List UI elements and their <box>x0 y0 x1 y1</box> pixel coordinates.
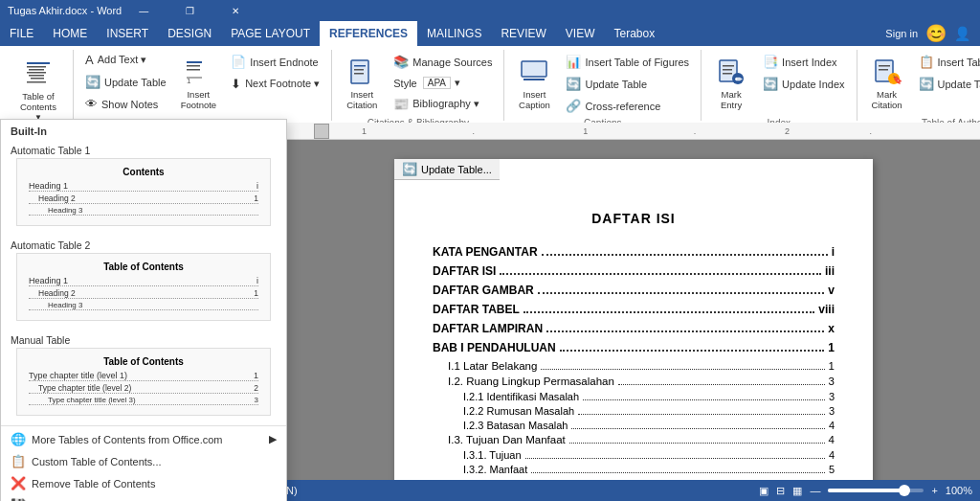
insert-footnote-button[interactable]: 1 InsertFootnote <box>174 50 224 116</box>
toc-dropdown-panel: Built-In Automatic Table 1 Contents Head… <box>0 119 287 501</box>
auto-table-2-label: Automatic Table 2 <box>11 238 277 253</box>
svg-rect-20 <box>723 69 732 71</box>
svg-rect-21 <box>723 73 732 75</box>
toc-entry: BAB I PENDAHULUAN1 <box>433 341 835 354</box>
citations-group: InsertCitation 📚 Manage Sources Style AP… <box>334 50 504 121</box>
preview-h2-2: Heading 21 <box>29 288 258 299</box>
table-of-contents-button[interactable]: Table ofContents ▼ <box>11 52 65 126</box>
insert-index-button[interactable]: 📑 Insert Index <box>757 52 850 72</box>
menu-insert[interactable]: INSERT <box>97 21 158 46</box>
menu-design[interactable]: DESIGN <box>158 21 221 46</box>
add-text-icon: A <box>85 53 94 67</box>
update-index-icon: 🔄 <box>763 77 778 91</box>
main-area: Built-In Automatic Table 1 Contents Head… <box>0 140 980 501</box>
svg-rect-6 <box>27 81 46 83</box>
document-content: DAFTAR ISI KATA PENGANTARiDAFTAR ISIiiiD… <box>433 211 835 490</box>
auto-table-1-preview: Contents Heading 1i Heading 21 Heading 3 <box>16 158 271 226</box>
svg-rect-25 <box>879 65 890 67</box>
svg-rect-9 <box>187 69 200 71</box>
insert-endnote-button[interactable]: 📄 Insert Endnote <box>225 52 325 72</box>
show-notes-button[interactable]: 👁 Show Notes <box>79 94 172 114</box>
bibliography-button[interactable]: 📰 Bibliography ▾ <box>388 94 498 114</box>
mark-entry-button[interactable]: ✏ MarkEntry <box>707 50 755 116</box>
update-authorities-button[interactable]: 🔄 Update Table <box>913 74 980 94</box>
toc-entries-container: KATA PENGANTARiDAFTAR ISIiiiDAFTAR GAMBA… <box>433 245 835 490</box>
menu-file[interactable]: FILE <box>0 21 43 46</box>
mark-entry-icon: ✏ <box>714 55 748 89</box>
manual-table-option[interactable]: Manual Table Table of Contents Type chap… <box>1 329 286 423</box>
svg-rect-17 <box>523 79 545 80</box>
document-area[interactable]: 🔄 Update Table... DAFTAR ISI KATA PENGAN… <box>287 140 980 501</box>
more-toc-link[interactable]: 🌐 More Tables of Contents from Office.co… <box>1 428 286 450</box>
svg-rect-1 <box>27 66 46 68</box>
toc-entry: DAFTAR GAMBARv <box>433 284 835 297</box>
toc-label: Table ofContents <box>20 91 56 113</box>
menu-review[interactable]: REVIEW <box>491 21 555 46</box>
zoom-thumb <box>899 485 910 496</box>
update-table-bar-label[interactable]: Update Table... <box>421 164 492 175</box>
cross-reference-button[interactable]: 🔗 Cross-reference <box>560 96 695 116</box>
insert-authorities-button[interactable]: 📋 Insert Table of Authorities <box>913 52 980 72</box>
svg-rect-12 <box>351 60 368 83</box>
arrow-icon: ▶ <box>269 433 277 445</box>
mark-citation-icon: 🔖 <box>870 55 904 89</box>
zoom-out-button[interactable]: — <box>810 485 820 496</box>
menu-terabox[interactable]: Terabox <box>604 21 664 46</box>
update-index-button[interactable]: 🔄 Update Index <box>757 74 850 94</box>
insert-caption-button[interactable]: InsertCaption <box>510 50 558 116</box>
layout-icon-3[interactable]: ▦ <box>792 485 802 497</box>
preview-h1-1: Heading 1i <box>29 181 258 192</box>
zoom-in-button[interactable]: + <box>931 485 937 496</box>
restore-button[interactable]: ❐ <box>167 0 212 21</box>
update-authorities-icon: 🔄 <box>919 77 934 91</box>
mark-citation-button[interactable]: 🔖 MarkCitation <box>863 50 911 116</box>
sign-in-text[interactable]: Sign in <box>885 28 918 39</box>
update-table-captions-button[interactable]: 🔄 Update Table <box>560 74 695 94</box>
captions-group: InsertCaption 📊 Insert Table of Figures … <box>506 50 702 121</box>
toc-entry: I.2.1 Identifikasi Masalah3 <box>433 391 835 402</box>
remove-toc-link[interactable]: ❌ Remove Table of Contents <box>1 472 286 494</box>
menu-mailings[interactable]: MAILINGS <box>417 21 491 46</box>
svg-rect-15 <box>354 73 364 75</box>
title-bar-text: Tugas Akhir.docx - Word <box>8 5 122 16</box>
manual-table-preview: Table of Contents Type chapter title (le… <box>16 348 271 416</box>
minimize-button[interactable]: — <box>122 0 166 21</box>
preview-manual-3: Type chapter title (level 3)3 <box>29 396 258 405</box>
dropdown-separator-1 <box>1 425 286 426</box>
add-text-button[interactable]: A Add Text ▾ <box>79 50 172 70</box>
save-selection-link: 💾 Save Selection to Table of Contents Ga… <box>1 494 286 501</box>
auto-table-1-title: Contents <box>29 167 258 177</box>
manual-table-label: Manual Table <box>11 332 277 348</box>
svg-rect-16 <box>522 61 546 77</box>
builtin-section-header: Built-In <box>1 120 286 139</box>
custom-toc-icon: 📋 <box>11 454 26 468</box>
menu-page-layout[interactable]: PAGE LAYOUT <box>221 21 320 46</box>
ribbon-content: Table ofContents ▼ A Add Text ▾ 🔄 Update… <box>0 46 980 123</box>
layout-icon-1[interactable]: ▣ <box>759 485 768 497</box>
footnotes-group: A Add Text ▾ 🔄 Update Table 👁 Show Notes <box>76 50 332 121</box>
auto-table-1-option[interactable]: Automatic Table 1 Contents Heading 1i He… <box>1 139 286 234</box>
layout-icon-2[interactable]: ⊟ <box>776 485 785 497</box>
update-table-button[interactable]: 🔄 Update Table <box>79 72 172 92</box>
insert-table-figures-button[interactable]: 📊 Insert Table of Figures <box>560 52 695 72</box>
document-page: 🔄 Update Table... DAFTAR ISI KATA PENGAN… <box>394 159 873 501</box>
menu-home[interactable]: HOME <box>43 21 97 46</box>
style-apa-button[interactable]: Style APA ▾ <box>388 74 498 92</box>
menu-view[interactable]: VIEW <box>556 21 605 46</box>
custom-toc-link[interactable]: 📋 Custom Table of Contents... <box>1 450 286 472</box>
auto-table-1-label: Automatic Table 1 <box>11 143 277 158</box>
next-footnote-button[interactable]: ⬇ Next Footnote ▾ <box>225 74 325 94</box>
toc-entry: I.2. Ruang Lingkup Permasalahan3 <box>433 376 835 387</box>
svg-rect-19 <box>723 65 734 67</box>
update-table-captions-icon: 🔄 <box>566 77 581 91</box>
manage-sources-button[interactable]: 📚 Manage Sources <box>388 52 498 72</box>
menu-references[interactable]: REFERENCES <box>320 21 417 46</box>
index-group: ✏ MarkEntry 📑 Insert Index 🔄 Update Inde… <box>703 50 857 121</box>
insert-citation-button[interactable]: InsertCitation <box>338 50 386 116</box>
svg-rect-13 <box>354 65 366 67</box>
auto-table-2-option[interactable]: Automatic Table 2 Table of Contents Head… <box>1 234 286 329</box>
more-toc-icon: 🌐 <box>11 432 26 446</box>
svg-rect-0 <box>27 62 50 64</box>
zoom-bar[interactable] <box>828 489 924 492</box>
close-button[interactable]: ✕ <box>213 0 257 21</box>
